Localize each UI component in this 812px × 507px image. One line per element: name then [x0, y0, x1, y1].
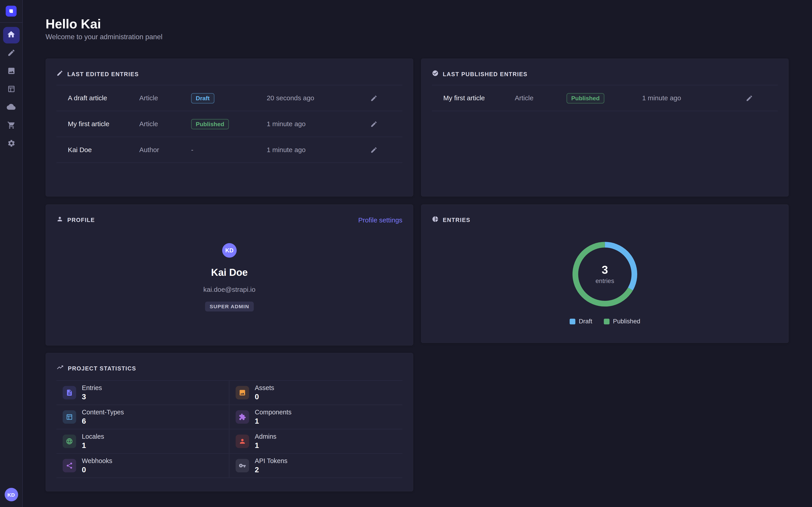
image-icon — [236, 386, 249, 399]
key-icon — [236, 459, 249, 472]
main-sidebar: KD — [0, 0, 23, 507]
table-row: Kai Doe Author - 1 minute ago — [56, 137, 402, 163]
profile-avatar: KD — [222, 243, 237, 258]
card-project-statistics: PROJECT STATISTICS Entries3 Assets0 Cont… — [46, 353, 413, 492]
share-network-icon — [63, 459, 76, 472]
card-header: ENTRIES — [421, 205, 788, 231]
status-badge: Draft — [191, 93, 214, 103]
stats-table: Entries3 Assets0 Content-Types6 Componen… — [56, 380, 402, 478]
stat-api-tokens: API Tokens2 — [230, 454, 402, 478]
sidebar-item-settings[interactable] — [3, 136, 19, 152]
sidebar-item-marketplace[interactable] — [3, 117, 19, 134]
person-icon — [236, 435, 249, 448]
stat-value: 3 — [82, 392, 102, 401]
check-circle-icon — [432, 69, 439, 79]
card-last-edited-entries: LAST EDITED ENTRIES A draft article Arti… — [46, 58, 413, 196]
entry-time: 1 minute ago — [267, 120, 345, 128]
card-title: LAST EDITED ENTRIES — [67, 71, 139, 77]
cart-icon — [7, 121, 15, 131]
stat-locales: Locales1 — [56, 430, 230, 454]
stat-label: Admins — [255, 433, 276, 441]
pencil-icon — [56, 69, 63, 79]
published-swatch — [604, 319, 609, 324]
cloud-icon — [7, 103, 15, 113]
card-entries: ENTRIES 3 entries Draft — [421, 205, 789, 343]
sidebar-item-media-library[interactable] — [3, 63, 19, 79]
edit-entry-button[interactable] — [367, 143, 381, 157]
entry-time: 1 minute ago — [642, 94, 721, 102]
dashboard-page: KD Hello Kai Welcome to your administrat… — [0, 0, 812, 507]
sidebar-item-deploy[interactable] — [3, 99, 19, 116]
file-icon — [63, 386, 76, 399]
sidebar-item-content-type-builder[interactable] — [3, 81, 19, 98]
home-icon — [7, 30, 15, 40]
page-subtitle: Welcome to your administration panel — [46, 33, 162, 41]
stat-assets: Assets0 — [230, 381, 402, 405]
strapi-logo-icon — [6, 6, 16, 16]
legend-item-draft: Draft — [569, 318, 592, 325]
card-header: PROJECT STATISTICS — [46, 353, 413, 379]
card-header: LAST EDITED ENTRIES — [46, 59, 413, 85]
person-icon — [56, 215, 63, 224]
stat-value: 1 — [255, 416, 292, 426]
stat-label: Assets — [255, 384, 274, 392]
pen-icon — [7, 48, 15, 58]
layout-icon — [7, 84, 15, 95]
card-title: PROFILE — [67, 217, 95, 223]
entry-name: My first article — [443, 94, 515, 102]
entries-count-label: entries — [596, 277, 614, 284]
role-badge: SUPER ADMIN — [205, 302, 254, 312]
puzzle-icon — [236, 410, 249, 424]
stat-label: Content-Types — [82, 408, 124, 416]
stat-admins: Admins1 — [230, 430, 402, 454]
legend-label: Draft — [579, 318, 592, 325]
card-title: PROJECT STATISTICS — [68, 365, 136, 372]
entry-time: 1 minute ago — [267, 146, 345, 154]
last-published-table: My first article Article Published 1 min… — [432, 85, 778, 111]
entries-donut: 3 entries — [569, 238, 641, 310]
stat-components: Components1 — [230, 405, 402, 430]
entry-type: Article — [515, 94, 567, 102]
profile-body: KD Kai Doe kai.doe@strapi.io SUPER ADMIN — [46, 243, 413, 312]
sidebar-item-content-manager[interactable] — [3, 45, 19, 61]
edit-entry-button[interactable] — [742, 91, 757, 105]
last-edited-table: A draft article Article Draft 20 seconds… — [56, 85, 402, 163]
sidebar-item-home[interactable] — [3, 27, 19, 43]
stat-label: API Tokens — [255, 457, 288, 465]
entries-count: 3 — [602, 264, 608, 276]
table-row: A draft article Article Draft 20 seconds… — [56, 86, 402, 111]
media-icon — [7, 66, 15, 76]
globe-icon — [63, 435, 76, 448]
profile-settings-link[interactable]: Profile settings — [358, 216, 402, 224]
status-badge: Published — [191, 119, 229, 129]
legend-label: Published — [613, 318, 640, 325]
card-title: ENTRIES — [443, 217, 470, 223]
strapi-logo[interactable] — [0, 0, 22, 23]
stat-value: 0 — [82, 465, 112, 474]
gear-icon — [7, 139, 15, 149]
card-profile: PROFILE Profile settings KD Kai Doe kai.… — [46, 205, 413, 346]
stat-value: 2 — [255, 465, 288, 474]
edit-entry-button[interactable] — [367, 91, 381, 105]
stat-value: 1 — [255, 441, 276, 450]
profile-name: Kai Doe — [211, 267, 248, 279]
profile-email: kai.doe@strapi.io — [203, 285, 256, 293]
entry-type: Article — [139, 120, 191, 128]
entry-name: Kai Doe — [68, 146, 139, 154]
table-row: My first article Article Published 1 min… — [432, 86, 778, 111]
status-empty: - — [191, 146, 193, 154]
pie-chart-icon — [432, 215, 439, 224]
stat-value: 6 — [82, 416, 124, 426]
edit-entry-button[interactable] — [367, 117, 381, 131]
entries-body: 3 entries Draft Published — [421, 238, 788, 325]
stat-value: 1 — [82, 441, 104, 450]
legend-item-published: Published — [604, 318, 640, 325]
user-avatar[interactable]: KD — [4, 488, 18, 501]
card-last-published-entries: LAST PUBLISHED ENTRIES My first article … — [421, 58, 789, 196]
stat-webhooks: Webhooks0 — [56, 454, 230, 478]
donut-legend: Draft Published — [569, 318, 640, 325]
card-header: LAST PUBLISHED ENTRIES — [421, 59, 788, 85]
stat-label: Locales — [82, 433, 104, 441]
status-badge: Published — [567, 93, 604, 103]
entry-name: My first article — [68, 120, 139, 128]
